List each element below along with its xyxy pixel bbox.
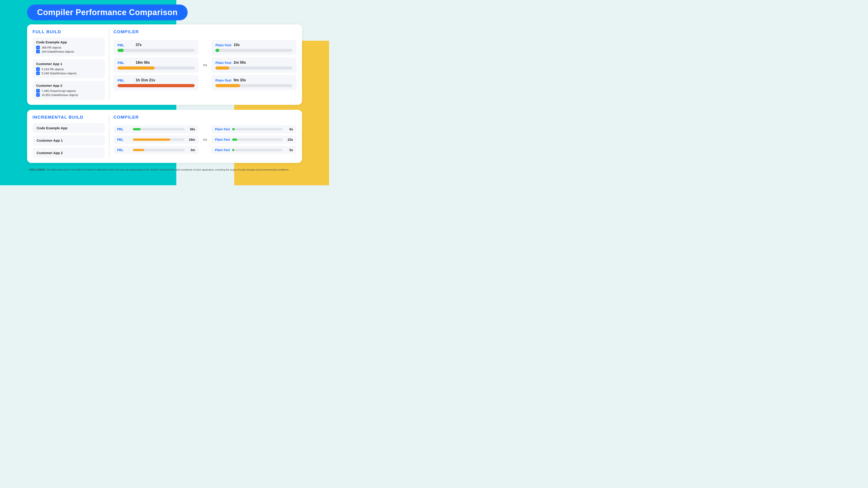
full-build-left: FULL BUILD Code Example App 388 PB objec…	[33, 29, 110, 100]
inc-pt-0: Plain-Text 6s	[211, 125, 297, 133]
full-build-compiler-label: COMPILER	[114, 29, 297, 34]
fb-pbl-fill-1	[118, 66, 155, 70]
app-item-2-0: 7,495 PowerScript objects	[36, 89, 101, 93]
vs-1: vs	[201, 63, 209, 67]
fb-pt-fill-0	[215, 49, 219, 52]
title-badge: Compiler Performance Comparison	[27, 4, 188, 20]
inc-app-2: Customer App 2	[33, 148, 105, 158]
inc-pt-track-2	[232, 149, 283, 151]
full-build-app-2: Customer App 2 7,495 PowerScript objects…	[33, 81, 105, 100]
full-build-row: FULL BUILD Code Example App 388 PB objec…	[33, 29, 297, 100]
page-title: Compiler Performance Comparison	[37, 8, 178, 17]
inc-pt-track-1	[232, 138, 283, 141]
app-title-1: Customer App 1	[36, 62, 101, 66]
incremental-build-row: INCREMENTAL BUILD Code Example App Custo…	[33, 115, 297, 158]
inc-pt-fill-2	[232, 149, 234, 151]
fb-pt-track-2	[215, 84, 292, 87]
inc-compiler-row-2: PBL 3m Plain-Text 5s	[114, 146, 297, 154]
app-item-1-0: 3,154 PB objects	[36, 67, 101, 71]
app-item-0-1: 194 DataWindow objects	[36, 50, 101, 53]
app-item-2-1: 10,853 DataWindow objects	[36, 93, 101, 97]
full-build-section: FULL BUILD Code Example App 388 PB objec…	[27, 24, 302, 105]
inc-pbl-track-2	[133, 149, 185, 151]
inc-pt-fill-0	[232, 128, 235, 130]
checkbox-0-0	[36, 46, 40, 49]
fb-pt-1: Plain-Text 2m 50s	[211, 57, 297, 73]
inc-pbl-fill-2	[133, 149, 144, 151]
full-build-compiler-row-1: PBL 18m 56s vs Plain-Text 2m 50s	[114, 57, 297, 73]
inc-pt-fill-1	[232, 138, 237, 141]
incremental-build-section: INCREMENTAL BUILD Code Example App Custo…	[27, 110, 302, 163]
fb-pt-track-1	[215, 66, 292, 70]
full-build-app-1: Customer App 1 3,154 PB objects 5,348 Da…	[33, 59, 105, 78]
checkbox-2-0	[36, 89, 40, 93]
disclaimer: DISCLAIMER: The data presented in this t…	[27, 168, 302, 172]
inc-pbl-2: PBL 3m	[114, 146, 199, 154]
fb-pbl-2: PBL 1h 31m 21s	[114, 75, 199, 90]
incremental-compiler-label: COMPILER	[114, 115, 297, 120]
fb-pbl-track-1	[118, 66, 195, 70]
fb-pbl-track-0	[118, 49, 195, 52]
full-build-compiler-row-2: PBL 1h 31m 21s Plain-Text 9m 33s	[114, 75, 297, 90]
inc-compiler-row-1: PBL 18m vs Plain-Text 23s	[114, 135, 297, 144]
app-title-2: Customer App 2	[36, 84, 101, 88]
inc-pbl-fill-0	[133, 128, 141, 130]
inc-pt-1: Plain-Text 23s	[211, 135, 297, 144]
inc-app-1: Customer App 1	[33, 135, 105, 145]
fb-pbl-0: PBL 37s	[114, 40, 199, 55]
inc-pt-2: Plain-Text 5s	[211, 146, 297, 154]
inc-pbl-track-1	[133, 138, 185, 141]
fb-pt-2: Plain-Text 9m 33s	[211, 75, 297, 90]
checkbox-1-1	[36, 71, 40, 75]
fb-pt-fill-2	[215, 84, 240, 87]
fb-pbl-fill-2	[118, 84, 195, 87]
full-build-right: COMPILER PBL 37s	[114, 29, 297, 100]
incremental-build-label: INCREMENTAL BUILD	[33, 115, 105, 120]
fb-pt-0: Plain-Text 10s	[211, 40, 297, 55]
checkbox-1-0	[36, 67, 40, 71]
full-build-label: FULL BUILD	[33, 29, 105, 34]
app-item-1-1: 5,348 DataWindow objects	[36, 71, 101, 75]
checkbox-0-1	[36, 50, 40, 53]
full-build-compiler-row-0: PBL 37s Plain-Text 10s	[114, 40, 297, 55]
inc-pbl-0: PBL 36s	[114, 125, 199, 133]
inc-app-0: Code Example App	[33, 123, 105, 133]
fb-pbl-fill-0	[118, 49, 124, 52]
app-title-0: Code Example App	[36, 40, 101, 44]
inc-pbl-track-0	[133, 128, 185, 130]
inc-vs-1: vs	[201, 138, 209, 142]
fb-pbl-1: PBL 18m 56s	[114, 57, 199, 73]
fb-pbl-track-2	[118, 84, 195, 87]
inc-pt-track-0	[232, 128, 283, 130]
full-build-app-0: Code Example App 388 PB objects 194 Data…	[33, 37, 105, 57]
incremental-build-right: COMPILER PBL 36s Plain-Text	[114, 115, 297, 158]
inc-pbl-fill-1	[133, 138, 170, 141]
main-container: Compiler Performance Comparison FULL BUI…	[0, 0, 329, 176]
inc-compiler-row-0: PBL 36s Plain-Text 6s	[114, 125, 297, 133]
fb-pt-track-0	[215, 49, 292, 52]
inc-pbl-1: PBL 18m	[114, 135, 199, 144]
incremental-build-left: INCREMENTAL BUILD Code Example App Custo…	[33, 115, 110, 158]
checkbox-2-1	[36, 93, 40, 97]
fb-pt-fill-1	[215, 66, 229, 70]
app-item-0-0: 388 PB objects	[36, 46, 101, 49]
